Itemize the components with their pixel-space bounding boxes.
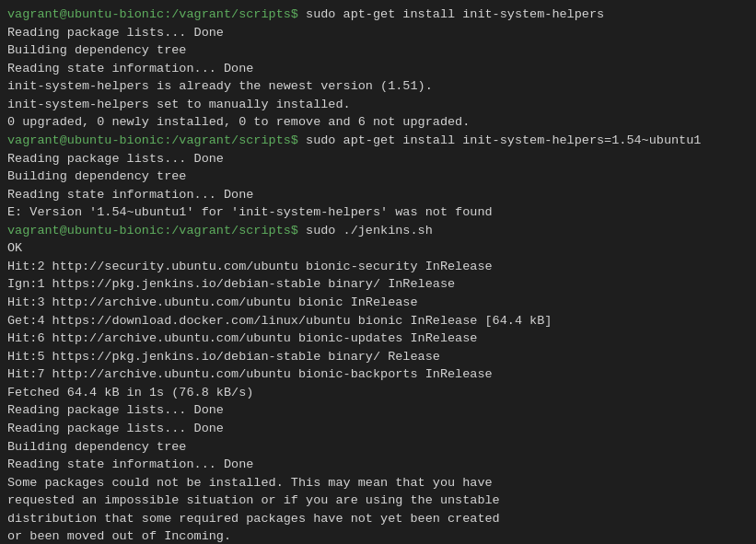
terminal-line: Building dependency tree	[7, 168, 749, 186]
terminal-line: E: Version '1.54~ubuntu1' for 'init-syst…	[7, 203, 749, 222]
command: sudo apt-get install init-system-helpers	[298, 7, 604, 21]
terminal-line: Reading state information... Done	[7, 60, 749, 78]
terminal-line: requested an impossible situation or if …	[7, 492, 749, 510]
output-text: init-system-helpers is already the newes…	[7, 79, 433, 93]
output-text: Building dependency tree	[7, 43, 186, 57]
terminal-line: or been moved out of Incoming.	[7, 527, 749, 544]
output-text: requested an impossible situation or if …	[7, 493, 500, 507]
terminal-line: Fetched 64.4 kB in 1s (76.8 kB/s)	[7, 384, 749, 402]
prompt: vagrant@ubuntu-bionic:/vagrant/scripts$	[7, 224, 298, 237]
command: sudo ./jenkins.sh	[298, 224, 433, 237]
output-text: Reading package lists... Done	[7, 422, 224, 435]
output-text: 0 upgraded, 0 newly installed, 0 to remo…	[7, 115, 470, 129]
terminal-line: Get:4 https://download.docker.com/linux/…	[7, 312, 749, 330]
terminal-line: distribution that some required packages…	[7, 510, 749, 528]
terminal-line: Hit:5 https://pkg.jenkins.io/debian-stab…	[7, 348, 749, 366]
terminal-line: Reading package lists... Done	[7, 150, 749, 168]
terminal-line: Reading state information... Done	[7, 456, 749, 474]
output-text: Reading state information... Done	[7, 62, 253, 75]
command: sudo apt-get install init-system-helpers…	[298, 133, 701, 147]
output-text: Hit:7 http://archive.ubuntu.com/ubuntu b…	[7, 367, 493, 381]
terminal-line: Some packages could not be installed. Th…	[7, 474, 749, 492]
terminal-line: vagrant@ubuntu-bionic:/vagrant/scripts$ …	[7, 222, 749, 240]
terminal-line: Hit:2 http://security.ubuntu.com/ubuntu …	[7, 258, 749, 276]
terminal-line: Reading package lists... Done	[7, 24, 749, 42]
terminal-line: Ign:1 https://pkg.jenkins.io/debian-stab…	[7, 275, 749, 294]
output-text: Reading package lists... Done	[7, 403, 224, 417]
output-text: E: Version '1.54~ubuntu1' for 'init-syst…	[7, 205, 493, 219]
terminal-line: Hit:3 http://archive.ubuntu.com/ubuntu b…	[7, 294, 749, 312]
output-text: Hit:5 https://pkg.jenkins.io/debian-stab…	[7, 350, 440, 364]
output-text: Reading state information... Done	[7, 188, 253, 202]
prompt: vagrant@ubuntu-bionic:/vagrant/scripts$	[7, 7, 298, 21]
output-text: Hit:3 http://archive.ubuntu.com/ubuntu b…	[7, 295, 418, 309]
output-text: Hit:6 http://archive.ubuntu.com/ubuntu b…	[7, 331, 477, 345]
output-text: init-system-helpers set to manually inst…	[7, 98, 351, 111]
terminal-line: Building dependency tree	[7, 438, 749, 457]
output-text: Some packages could not be installed. Th…	[7, 476, 493, 490]
terminal-line: OK	[7, 239, 749, 258]
output-text: Reading package lists... Done	[7, 152, 224, 166]
terminal-line: Reading state information... Done	[7, 186, 749, 204]
prompt: vagrant@ubuntu-bionic:/vagrant/scripts$	[7, 133, 298, 147]
terminal: vagrant@ubuntu-bionic:/vagrant/scripts$ …	[0, 0, 756, 544]
output-text: Get:4 https://download.docker.com/linux/…	[7, 314, 552, 328]
output-text: Building dependency tree	[7, 169, 186, 183]
output-text: Ign:1 https://pkg.jenkins.io/debian-stab…	[7, 277, 455, 291]
output-text: Fetched 64.4 kB in 1s (76.8 kB/s)	[7, 386, 253, 399]
terminal-line: Hit:7 http://archive.ubuntu.com/ubuntu b…	[7, 365, 749, 384]
output-text: distribution that some required packages…	[7, 512, 500, 526]
output-text: or been moved out of Incoming.	[7, 529, 231, 543]
terminal-line: Hit:6 http://archive.ubuntu.com/ubuntu b…	[7, 330, 749, 348]
terminal-line: init-system-helpers set to manually inst…	[7, 96, 749, 114]
terminal-line: Building dependency tree	[7, 41, 749, 60]
terminal-line: vagrant@ubuntu-bionic:/vagrant/scripts$ …	[7, 6, 749, 24]
terminal-line: 0 upgraded, 0 newly installed, 0 to remo…	[7, 113, 749, 132]
terminal-line: init-system-helpers is already the newes…	[7, 77, 749, 96]
terminal-line: vagrant@ubuntu-bionic:/vagrant/scripts$ …	[7, 132, 749, 150]
output-text: Hit:2 http://security.ubuntu.com/ubuntu …	[7, 260, 493, 273]
terminal-line: Reading package lists... Done	[7, 420, 749, 438]
output-text: Building dependency tree	[7, 440, 186, 454]
terminal-line: Reading package lists... Done	[7, 401, 749, 420]
output-text: Reading state information... Done	[7, 457, 253, 471]
output-text: OK	[7, 241, 22, 255]
output-text: Reading package lists... Done	[7, 26, 224, 40]
